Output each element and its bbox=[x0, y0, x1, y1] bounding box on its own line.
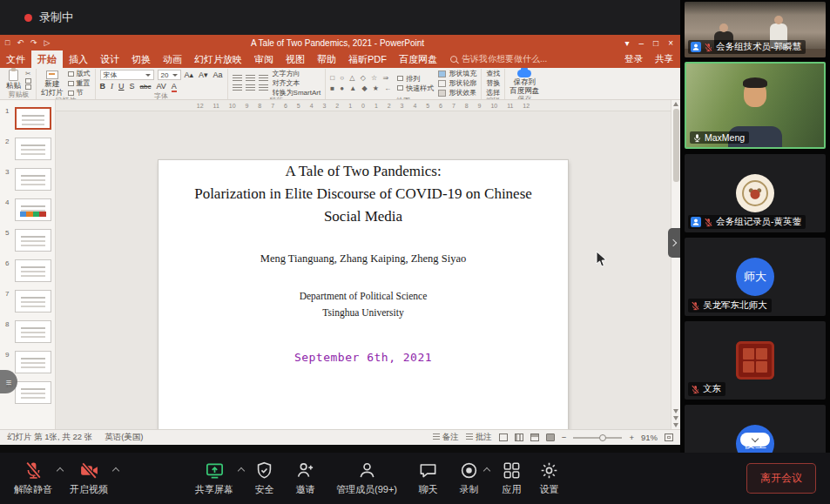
slide-thumbnail[interactable]: 7 bbox=[5, 290, 51, 312]
change-case-button[interactable]: Aa bbox=[213, 71, 223, 79]
strikethrough-button[interactable]: abc bbox=[140, 83, 152, 91]
tab-transitions[interactable]: 切换 bbox=[125, 50, 157, 68]
text-direction-button[interactable]: 文字方向 bbox=[273, 70, 321, 77]
slide-sorter-button[interactable] bbox=[515, 433, 523, 441]
collapse-videos-button[interactable] bbox=[740, 433, 770, 447]
thumbnail-preview[interactable] bbox=[15, 290, 51, 312]
italic-button[interactable]: I bbox=[111, 82, 113, 91]
tab-animations[interactable]: 动画 bbox=[157, 50, 188, 68]
shrink-font-button[interactable]: A▾ bbox=[199, 71, 208, 79]
participant-tile[interactable]: 师大 吴龙军东北师大 bbox=[685, 238, 826, 316]
language-status[interactable]: 英语(美国) bbox=[105, 432, 143, 443]
replace-button[interactable]: 替换 bbox=[486, 79, 500, 87]
ribbon-options-button[interactable]: ▾ bbox=[625, 38, 630, 48]
settings-button[interactable]: 设置 bbox=[539, 460, 559, 496]
participant-tile[interactable]: 会务组记录员-黄英蓥 bbox=[685, 154, 826, 232]
normal-view-button[interactable] bbox=[499, 433, 508, 441]
shapes-gallery[interactable]: □ ○ △ ◇ ☆ ⇒ ■ ● ▲ ◆ ★ ← bbox=[330, 74, 393, 93]
tab-help[interactable]: 帮助 bbox=[311, 50, 342, 68]
slide-thumbnail[interactable]: 4 bbox=[5, 198, 51, 221]
tab-design[interactable]: 设计 bbox=[94, 50, 125, 68]
vertical-scrollbar[interactable] bbox=[671, 100, 680, 429]
zoom-slider-handle[interactable] bbox=[599, 434, 606, 441]
shape-outline-button[interactable]: 形状轮廓 bbox=[438, 79, 476, 87]
comments-button[interactable]: 批注 bbox=[466, 432, 492, 443]
tab-view[interactable]: 视图 bbox=[280, 50, 311, 68]
paste-button[interactable]: 粘贴 bbox=[6, 70, 21, 90]
underline-button[interactable]: U bbox=[118, 82, 125, 91]
font-color-button[interactable]: A bbox=[172, 83, 177, 92]
grow-font-button[interactable]: A▴ bbox=[185, 71, 194, 79]
thumbnail-preview[interactable] bbox=[15, 198, 51, 221]
reading-view-button[interactable] bbox=[530, 433, 539, 441]
participant-tile[interactable]: 会务组技术员-郭瞬慧 bbox=[685, 2, 826, 57]
thumbnail-preview[interactable] bbox=[15, 320, 51, 343]
slide-thumbnail[interactable]: 2 bbox=[5, 138, 51, 160]
font-name-select[interactable]: 宋体 bbox=[100, 70, 154, 80]
reset-button[interactable]: 重置 bbox=[68, 79, 91, 87]
scroll-down-arrow[interactable] bbox=[673, 409, 678, 413]
layout-button[interactable]: 版式 bbox=[68, 70, 91, 77]
share-menu-chevron[interactable] bbox=[238, 467, 245, 474]
undo-icon[interactable]: ↶ bbox=[17, 38, 24, 47]
apps-button[interactable]: 应用 bbox=[502, 460, 522, 496]
next-slide-button[interactable] bbox=[673, 423, 678, 427]
smartart-button[interactable]: 转换为SmartArt bbox=[273, 89, 321, 97]
slide-thumbnail[interactable]: 3 bbox=[5, 168, 51, 191]
minimize-button[interactable]: – bbox=[639, 38, 644, 48]
video-menu-chevron[interactable] bbox=[112, 467, 119, 474]
zoom-slider[interactable] bbox=[573, 437, 622, 439]
leave-meeting-button[interactable]: 离开会议 bbox=[746, 463, 816, 494]
record-menu-chevron[interactable] bbox=[483, 467, 490, 474]
chat-button[interactable]: 聊天 bbox=[418, 460, 438, 496]
shape-effects-button[interactable]: 形状效果 bbox=[438, 89, 476, 97]
tab-file[interactable]: 文件 bbox=[0, 50, 31, 68]
thumbnail-preview[interactable] bbox=[15, 259, 51, 282]
thumbnail-preview[interactable] bbox=[15, 381, 51, 404]
maximize-button[interactable]: □ bbox=[653, 38, 658, 48]
start-video-button[interactable]: 开启视频 bbox=[70, 460, 108, 496]
save-icon[interactable]: □ bbox=[5, 38, 10, 47]
align-center-icon[interactable] bbox=[246, 84, 255, 92]
start-slideshow-icon[interactable]: ▷ bbox=[44, 38, 51, 47]
slide-thumbnail[interactable]: 1 bbox=[5, 107, 51, 130]
cut-icon[interactable]: ✂ bbox=[25, 71, 31, 77]
slide-thumbnail[interactable]: 6 bbox=[5, 259, 51, 282]
slide-thumbnail[interactable]: 8 bbox=[5, 320, 51, 343]
thumbnail-preview[interactable] bbox=[15, 107, 51, 130]
tab-foxit-pdf[interactable]: 福昕PDF bbox=[342, 50, 393, 68]
zoom-in-button[interactable]: + bbox=[629, 433, 634, 442]
quick-styles-button[interactable]: 快速样式 bbox=[397, 84, 434, 92]
indent-icon[interactable] bbox=[259, 75, 268, 83]
numbering-icon[interactable] bbox=[246, 75, 255, 83]
thumbnail-preview[interactable] bbox=[15, 351, 51, 373]
bold-button[interactable]: B bbox=[100, 82, 106, 91]
slide-canvas[interactable]: 12 11 10 9 8 7 6 5 4 3 2 1 0 1 2 3 4 5 6… bbox=[56, 100, 671, 429]
share-button[interactable]: 共享 bbox=[655, 53, 673, 65]
thumbnail-preview[interactable] bbox=[15, 138, 51, 160]
invite-button[interactable]: 邀请 bbox=[295, 460, 315, 496]
select-button[interactable]: 选择 bbox=[486, 89, 500, 97]
tab-insert[interactable]: 插入 bbox=[63, 50, 94, 68]
new-slide-button[interactable]: 新建幻灯片 bbox=[41, 71, 64, 97]
previous-slide-button[interactable] bbox=[673, 416, 678, 420]
tab-home[interactable]: 开始 bbox=[31, 50, 63, 68]
text-shadow-button[interactable]: S bbox=[130, 82, 135, 91]
thumbnail-preview[interactable] bbox=[15, 229, 51, 252]
slide[interactable]: A Tale of Two Pandemics: Polarization in… bbox=[159, 160, 568, 429]
save-to-baidu-button[interactable]: 保存到百度网盘 bbox=[509, 70, 539, 95]
notes-button[interactable]: 备注 bbox=[433, 432, 459, 443]
unmute-menu-chevron[interactable] bbox=[57, 467, 64, 474]
character-spacing-button[interactable]: AV bbox=[156, 82, 165, 91]
unmute-button[interactable]: 解除静音 bbox=[14, 460, 52, 496]
scroll-up-arrow[interactable] bbox=[673, 102, 678, 106]
redo-icon[interactable]: ↷ bbox=[30, 38, 37, 47]
tab-baidu-netdisk[interactable]: 百度网盘 bbox=[393, 50, 443, 68]
share-screen-button[interactable]: 共享屏幕 bbox=[195, 460, 233, 496]
shape-fill-button[interactable]: 形状填充 bbox=[438, 70, 476, 77]
participant-tile[interactable]: 文东 bbox=[685, 321, 826, 400]
tab-slideshow[interactable]: 幻灯片放映 bbox=[188, 50, 248, 68]
align-text-button[interactable]: 对齐文本 bbox=[273, 79, 321, 87]
fit-slide-button[interactable] bbox=[665, 433, 673, 441]
arrange-button[interactable]: 排列 bbox=[397, 75, 434, 83]
